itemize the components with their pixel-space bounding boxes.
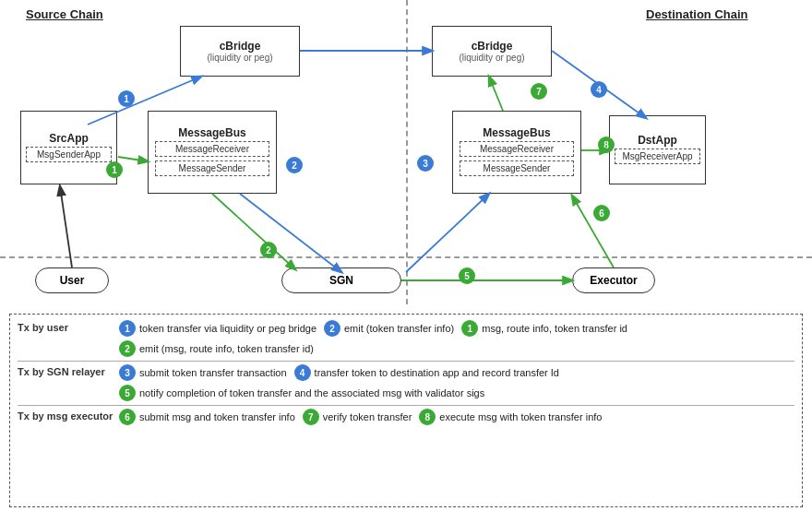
legend-item-4blue: 4 transfer token to destination app and … [294,364,559,381]
cbridge-dst-subtitle: (liquidity or peg) [459,53,524,63]
legend-item-8green: 8 execute msg with token transfer info [419,409,602,425]
legend-label-sgn: Tx by SGN relayer [18,364,119,377]
legend-area: Tx by user 1 token transfer via liquidit… [9,314,803,507]
legend-item-7green: 7 verify token transfer [303,409,412,425]
legend-text-7green: verify token transfer [323,411,412,422]
legend-text-5green: notify completion of token transfer and … [139,387,484,398]
legend-label-user: Tx by user [18,320,119,333]
source-chain-label: Source Chain [26,7,103,21]
legend-item-1blue: 1 token transfer via liquidity or peg br… [119,320,316,337]
messagebus-src-title: MessageBus [178,126,245,139]
cbridge-src-title: cBridge [220,40,261,53]
legend-row-sgn: Tx by SGN relayer 3 submit token transfe… [18,364,794,401]
legend-label-executor: Tx by msg executor [18,409,119,422]
legend-item-5green: 5 notify completion of token transfer an… [119,385,794,401]
legend-text-1green: msg, route info, token transfer id [482,323,627,334]
dstapp-inner: MsgReceiverApp [615,149,700,164]
legend-badge-7green: 7 [303,409,319,425]
legend-item-3blue: 3 submit token transfer transaction [119,364,287,381]
sgn-pill: SGN [281,267,401,293]
legend-text-1blue: token transfer via liquidity or peg brid… [139,323,316,334]
vertical-divider [406,0,408,304]
badge-7-green: 7 [531,83,547,100]
messagebus-dst-inner1: MessageReceiver [460,141,574,157]
legend-items-sgn: 3 submit token transfer transaction 4 tr… [119,364,794,401]
svg-line-9 [489,77,503,111]
legend-badge-5green: 5 [119,385,136,401]
legend-items-executor: 6 submit msg and token transfer info 7 v… [119,409,794,425]
badge-2-blue: 2 [286,157,303,173]
legend-item-6green: 6 submit msg and token transfer info [119,409,295,425]
dstapp-box: DstApp MsgReceiverApp [609,115,706,184]
legend-text-3blue: submit token transfer transaction [139,367,287,378]
badge-1-blue: 1 [118,90,135,107]
legend-badge-1blue: 1 [119,320,136,337]
srcapp-box: SrcApp MsgSenderApp [20,111,117,184]
user-pill: User [35,267,109,293]
badge-1-green: 1 [106,161,123,178]
legend-divider-2 [18,405,794,406]
svg-line-2 [240,194,341,272]
legend-divider-1 [18,361,794,362]
diagram-area: Source Chain Destination Chain cBridge (… [0,0,812,314]
messagebus-src-inner1: MessageReceiver [155,141,269,157]
legend-text-6green: submit msg and token transfer info [139,411,295,422]
srcapp-title: SrcApp [49,132,89,145]
cbridge-src-box: cBridge (liquidity or peg) [180,26,300,77]
legend-badge-8green: 8 [419,409,436,425]
executor-pill: Executor [572,267,655,293]
cbridge-dst-title: cBridge [472,40,513,53]
svg-line-11 [60,186,72,267]
legend-item-1green: 1 msg, route info, token transfer id [461,320,627,337]
legend-text-2green: emit (msg, route info, token transfer id… [139,343,314,354]
cbridge-dst-box: cBridge (liquidity or peg) [432,26,552,77]
legend-badge-3blue: 3 [119,364,136,381]
legend-item-2blue: 2 emit (token transfer info) [324,320,454,337]
legend-badge-2green: 2 [119,340,136,357]
svg-line-3 [406,194,489,272]
legend-text-8green: execute msg with token transfer info [439,411,602,422]
legend-badge-4blue: 4 [294,364,311,381]
legend-badge-2blue: 2 [324,320,340,337]
legend-item-2green: 2 emit (msg, route info, token transfer … [119,340,314,357]
svg-line-5 [118,157,148,161]
dest-chain-label: Destination Chain [646,7,748,21]
legend-text-4blue: transfer token to destination app and re… [315,367,559,378]
srcapp-inner: MsgSenderApp [26,147,112,162]
messagebus-dst-box: MessageBus MessageReceiver MessageSender [452,111,581,194]
legend-row-user: Tx by user 1 token transfer via liquidit… [18,320,794,357]
messagebus-src-inner2: MessageSender [155,160,269,176]
messagebus-src-box: MessageBus MessageReceiver MessageSender [148,111,277,194]
badge-2-green: 2 [260,242,277,258]
legend-text-2blue: emit (token transfer info) [344,323,454,334]
badge-8-green: 8 [598,137,615,153]
legend-items-user: 1 token transfer via liquidity or peg br… [119,320,794,357]
messagebus-dst-inner2: MessageSender [460,160,574,176]
legend-badge-1green: 1 [461,320,478,337]
badge-6-green: 6 [593,205,610,221]
horizontal-divider [0,256,812,258]
badge-4-blue: 4 [591,81,607,98]
messagebus-dst-title: MessageBus [483,126,550,139]
legend-badge-6green: 6 [119,409,136,425]
badge-3-blue: 3 [417,155,434,172]
badge-5-green: 5 [459,267,475,284]
dstapp-title: DstApp [638,134,677,147]
legend-row-executor: Tx by msg executor 6 submit msg and toke… [18,409,794,425]
cbridge-src-subtitle: (liquidity or peg) [207,53,272,63]
